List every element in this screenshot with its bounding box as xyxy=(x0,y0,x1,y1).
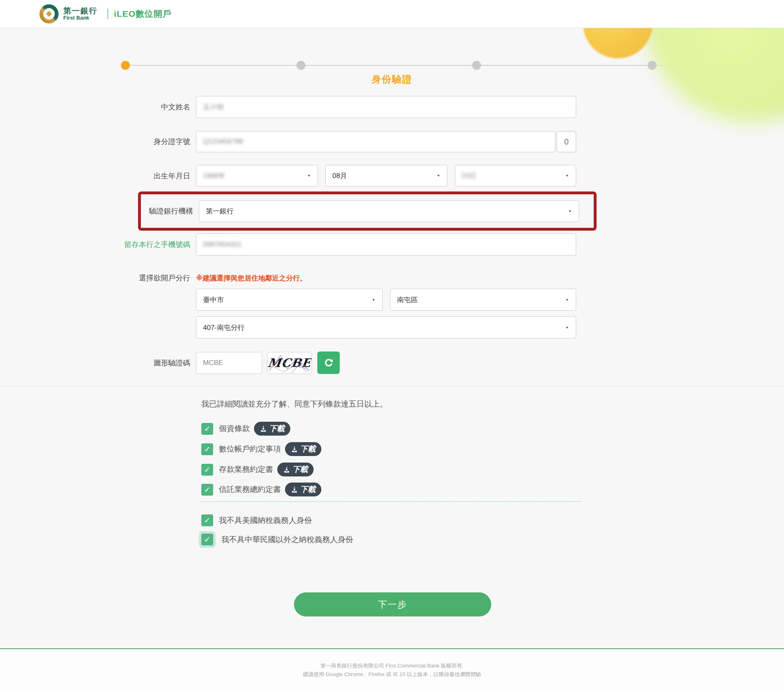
chevron-down-icon: ▼ xyxy=(372,298,376,302)
phone-label: 留存本行之手機號碼 xyxy=(0,240,196,249)
captcha-refresh-button[interactable] xyxy=(317,352,340,374)
term-label: 個資條款 xyxy=(219,423,250,434)
birth-day-value: 23日 xyxy=(462,171,477,180)
chevron-down-icon: ▼ xyxy=(565,298,569,302)
account-opening-page: 第一銀行 First Bank iLEO數位開戶 身份驗證 中文姓名 王小明 身… xyxy=(0,0,784,692)
birth-year-value: 1986年 xyxy=(203,171,225,180)
branch-note: ※建議選擇與您居住地鄰近之分行。 xyxy=(196,274,307,283)
birthdate-label: 出生年月日 xyxy=(0,171,196,181)
progress-step-2 xyxy=(296,61,305,70)
term-row-privacy: ✓ 個資條款 下載 xyxy=(201,422,290,436)
verify-bank-select[interactable]: 第一銀行 ▼ xyxy=(199,200,579,222)
download-icon xyxy=(291,445,298,453)
refresh-icon xyxy=(323,358,334,368)
footer-browser-note: 建議使用 Google Chrome、Firefox 或 IE 10 以上版本，… xyxy=(0,670,784,679)
download-button[interactable]: 下載 xyxy=(254,422,290,436)
phone-row: 留存本行之手機號碼 0987654321 xyxy=(0,234,784,256)
term-row-trust: ✓ 信託業務總約定書 下載 xyxy=(201,483,321,496)
checkbox-focus-halo: ✓ xyxy=(199,531,216,548)
product-title: iLEO數位開戶 xyxy=(114,8,172,20)
progress-step-1 xyxy=(121,61,130,70)
download-icon xyxy=(291,486,298,493)
download-button[interactable]: 下載 xyxy=(285,483,321,496)
district-select[interactable]: 南屯區 ▼ xyxy=(390,289,576,311)
id-label: 身分證字號 xyxy=(0,137,196,147)
verify-bank-value: 第一銀行 xyxy=(206,207,234,216)
download-label: 下載 xyxy=(300,484,316,495)
chevron-down-icon: ▼ xyxy=(307,174,311,178)
download-button[interactable]: 下載 xyxy=(285,442,321,456)
term-row-digital-account: ✓ 數位帳戶約定事項 下載 xyxy=(201,442,321,456)
download-label: 下載 xyxy=(292,464,308,475)
phone-input[interactable]: 0987654321 xyxy=(196,234,576,256)
checkbox-checked[interactable]: ✓ xyxy=(201,514,213,526)
tax-row-foreign: ✓ 我不具中華民國以外之納稅義務人身份 xyxy=(201,534,353,545)
phone-value: 0987654321 xyxy=(203,240,242,249)
id-value: Q123456789 xyxy=(203,138,243,146)
city-select[interactable]: 臺中市 ▼ xyxy=(196,289,383,311)
branch-city-row: 臺中市 ▼ 南屯區 ▼ xyxy=(0,289,784,311)
name-input[interactable]: 王小明 xyxy=(196,96,576,118)
checkbox-checked[interactable]: ✓ xyxy=(201,534,213,545)
page-title: 身份驗證 xyxy=(0,73,784,86)
download-label: 下載 xyxy=(300,444,316,454)
captcha-noise-lines xyxy=(267,352,312,374)
main-content: 身份驗證 中文姓名 王小明 身分證字號 Q123456789 0 出生年月日 xyxy=(0,28,784,648)
branch-value: 407-南屯分行 xyxy=(203,323,245,332)
birth-day-select[interactable]: 23日 ▼ xyxy=(455,165,576,187)
birth-month-value: 08月 xyxy=(332,171,347,180)
tax-label: 我不具美國納稅義務人身份 xyxy=(219,515,312,526)
download-button[interactable]: 下載 xyxy=(277,463,314,476)
check-icon: ✓ xyxy=(204,535,211,544)
id-input[interactable]: Q123456789 xyxy=(196,131,555,152)
check-icon: ✓ xyxy=(204,445,211,454)
header: 第一銀行 First Bank iLEO數位開戶 xyxy=(0,0,784,28)
tax-label: 我不具中華民國以外之納稅義務人身份 xyxy=(221,534,353,545)
section-divider xyxy=(0,386,784,386)
city-value: 臺中市 xyxy=(203,295,224,305)
branch-label: 選擇欲開戶分行 xyxy=(0,273,196,283)
chevron-down-icon: ▼ xyxy=(437,174,441,178)
branch-select[interactable]: 407-南屯分行 ▼ xyxy=(196,316,576,338)
check-icon: ✓ xyxy=(204,465,211,474)
progress-step-4 xyxy=(648,61,657,70)
checkbox-checked[interactable]: ✓ xyxy=(201,464,213,476)
decorative-yellow-circle xyxy=(583,28,653,58)
progress-step-3 xyxy=(472,61,481,70)
download-icon xyxy=(260,425,267,432)
checkbox-checked[interactable]: ✓ xyxy=(201,423,213,435)
brand-text: 第一銀行 First Bank xyxy=(63,7,98,21)
term-label: 信託業務總約定書 xyxy=(219,484,281,495)
branch-label-row: 選擇欲開戶分行 ※建議選擇與您居住地鄰近之分行。 xyxy=(0,273,784,283)
captcha-image: MCBE xyxy=(267,352,312,374)
download-icon xyxy=(283,466,290,473)
brand-name-en: First Bank xyxy=(63,15,98,21)
download-label: 下載 xyxy=(269,423,285,434)
term-label: 數位帳戶約定事項 xyxy=(219,444,281,454)
checkbox-checked[interactable]: ✓ xyxy=(201,443,213,455)
verify-bank-highlight-box: 驗證銀行機構 第一銀行 ▼ xyxy=(138,191,597,231)
verify-bank-label: 驗證銀行機構 xyxy=(141,206,199,216)
name-value: 王小明 xyxy=(203,102,224,112)
district-value: 南屯區 xyxy=(397,295,418,305)
checkbox-checked[interactable]: ✓ xyxy=(201,484,213,496)
term-label: 存款業務約定書 xyxy=(219,464,273,475)
term-row-deposit: ✓ 存款業務約定書 下載 xyxy=(201,463,314,476)
header-divider xyxy=(107,9,108,19)
chevron-down-icon: ▼ xyxy=(568,209,572,213)
id-check-counter: 0 xyxy=(557,131,576,152)
name-row: 中文姓名 王小明 xyxy=(0,96,784,118)
check-icon: ✓ xyxy=(204,485,211,494)
chevron-down-icon: ▼ xyxy=(565,326,569,329)
name-label: 中文姓名 xyxy=(0,102,196,112)
agreement-heading: 我已詳細閱讀並充分了解、同意下列條款達五日以上。 xyxy=(201,399,388,409)
birth-month-select[interactable]: 08月 ▼ xyxy=(325,165,448,187)
first-bank-brand: 第一銀行 First Bank xyxy=(39,4,98,24)
agreement-divider xyxy=(201,501,581,502)
birth-year-select[interactable]: 1986年 ▼ xyxy=(196,165,318,187)
captcha-input[interactable] xyxy=(196,352,262,374)
chevron-down-icon: ▼ xyxy=(565,174,569,178)
birthdate-row: 出生年月日 1986年 ▼ 08月 ▼ 23日 ▼ xyxy=(0,165,784,187)
id-row: 身分證字號 Q123456789 0 xyxy=(0,131,784,152)
next-step-button[interactable]: 下一步 xyxy=(294,592,491,616)
